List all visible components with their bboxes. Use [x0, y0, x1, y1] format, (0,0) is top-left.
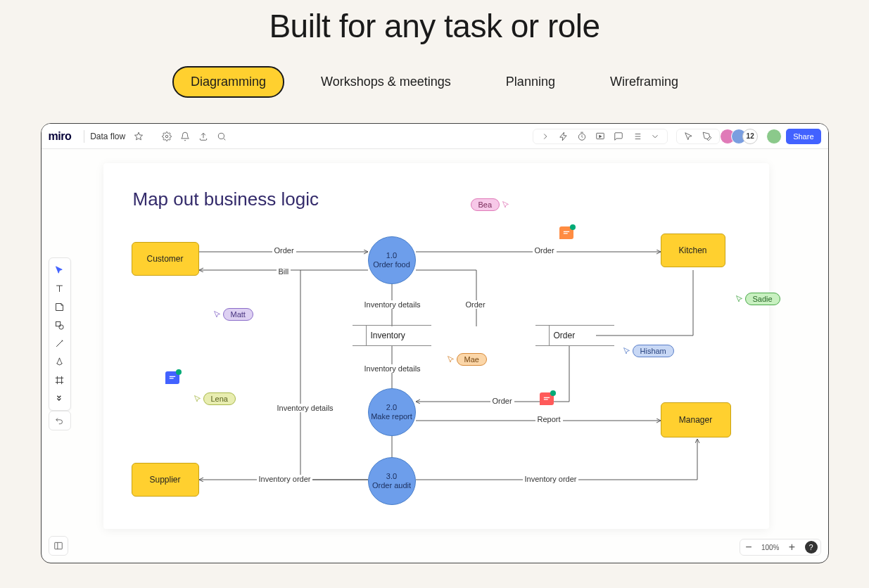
node-label: Order food — [373, 260, 410, 269]
tab-planning[interactable]: Planning — [488, 66, 573, 98]
node-kitchen[interactable]: Kitchen — [661, 234, 725, 267]
svg-point-5 — [59, 324, 63, 328]
present-icon[interactable] — [595, 131, 606, 142]
tab-workshops[interactable]: Workshops & meetings — [303, 66, 469, 98]
svg-point-0 — [165, 135, 168, 138]
node-label: Make report — [371, 412, 412, 421]
edge-label: Order — [490, 397, 514, 405]
more-tools-icon[interactable] — [51, 390, 68, 407]
node-order-store[interactable]: Order — [535, 325, 614, 346]
hero-tabs: Diagramming Workshops & meetings Plannin… — [0, 66, 869, 98]
cursor-lena: Lena — [194, 392, 236, 405]
node-supplier[interactable]: Supplier — [132, 463, 199, 497]
center-tool-group — [533, 129, 668, 144]
cursor-tool-group — [676, 129, 720, 144]
chevron-right-icon[interactable] — [540, 131, 551, 142]
node-order-food[interactable]: 1.0 Order food — [368, 236, 416, 284]
text-tool-icon[interactable] — [51, 280, 68, 297]
comment-icon[interactable] — [540, 392, 554, 405]
shape-tool-icon[interactable] — [51, 317, 68, 333]
node-make-report[interactable]: 2.0 Make report — [368, 388, 416, 436]
tab-diagramming[interactable]: Diagramming — [172, 66, 284, 98]
miro-logo: miro — [49, 130, 72, 143]
diagram-canvas[interactable]: Map out business logic — [103, 163, 769, 529]
edge-label: Inventory order — [257, 475, 313, 483]
frame-tool-icon[interactable] — [51, 371, 68, 388]
node-customer[interactable]: Customer — [132, 242, 199, 276]
pen-tool-icon[interactable] — [51, 353, 68, 370]
collaborator-avatars[interactable]: 12 — [724, 129, 758, 144]
svg-point-1 — [219, 133, 224, 139]
svg-rect-14 — [54, 542, 62, 549]
node-num: 2.0 — [386, 403, 397, 412]
zoom-out-icon[interactable]: − — [743, 542, 754, 553]
store-label: Inventory — [371, 331, 405, 340]
cursor-hisham: Hisham — [623, 345, 674, 357]
list-icon[interactable] — [631, 131, 642, 142]
app-topbar: miro Data flow — [42, 124, 828, 149]
node-order-audit[interactable]: 3.0 Order audit — [368, 457, 416, 505]
cursor-sadie: Sadie — [735, 293, 780, 305]
canvas-title: Map out business logic — [133, 188, 319, 210]
search-icon[interactable] — [216, 131, 227, 142]
help-icon[interactable]: ? — [805, 541, 818, 554]
avatar-count[interactable]: 12 — [742, 129, 758, 144]
edge-label: Inventory details — [275, 404, 336, 412]
undo-button[interactable] — [49, 411, 71, 430]
sticky-note-icon[interactable] — [51, 298, 68, 315]
zoom-controls: − 100% + ? — [740, 539, 821, 556]
pen-sparkle-icon[interactable] — [702, 131, 713, 142]
hero-title: Built for any task or role — [0, 0, 869, 66]
store-label: Order — [554, 331, 576, 340]
cursor-matt: Matt — [213, 308, 253, 321]
comment-icon[interactable] — [559, 226, 573, 239]
edge-label: Order — [464, 300, 488, 309]
select-tool-icon[interactable] — [51, 262, 68, 279]
export-icon[interactable] — [198, 131, 209, 142]
bolt-icon[interactable] — [558, 131, 569, 142]
star-icon[interactable] — [133, 131, 144, 142]
edge-label: Order — [272, 246, 296, 255]
minimap-toggle[interactable] — [49, 536, 68, 556]
current-user-avatar[interactable] — [766, 129, 782, 144]
cursor-mae: Mae — [447, 353, 487, 366]
edge-label: Report — [535, 415, 563, 423]
board-name[interactable]: Data flow — [90, 132, 125, 141]
edge-label: Bill — [277, 267, 291, 276]
app-window: miro Data flow — [41, 123, 829, 563]
chevron-down-icon[interactable] — [649, 131, 661, 142]
node-num: 1.0 — [386, 251, 397, 260]
zoom-level[interactable]: 100% — [759, 544, 782, 551]
line-tool-icon[interactable] — [51, 335, 68, 352]
tab-wireframing[interactable]: Wireframing — [592, 66, 697, 98]
cursor-icon[interactable] — [683, 131, 694, 142]
node-label: Order audit — [372, 481, 411, 490]
bell-icon[interactable] — [179, 131, 191, 142]
node-num: 3.0 — [386, 472, 397, 481]
timer-icon[interactable] — [576, 131, 588, 142]
node-manager[interactable]: Manager — [661, 402, 731, 437]
cursor-bea: Bea — [471, 198, 512, 211]
zoom-in-icon[interactable]: + — [787, 542, 798, 553]
edge-label: Inventory details — [362, 364, 423, 373]
edge-label: Inventory order — [523, 475, 579, 483]
edge-label: Order — [533, 246, 557, 255]
share-button[interactable]: Share — [786, 129, 820, 144]
settings-icon[interactable] — [161, 131, 172, 142]
left-toolbar — [49, 257, 71, 411]
comment-bubble-icon[interactable] — [613, 131, 624, 142]
divider — [84, 130, 84, 143]
node-inventory-store[interactable]: Inventory — [353, 325, 431, 346]
edge-label: Inventory details — [362, 300, 423, 309]
comment-icon[interactable] — [165, 371, 179, 384]
